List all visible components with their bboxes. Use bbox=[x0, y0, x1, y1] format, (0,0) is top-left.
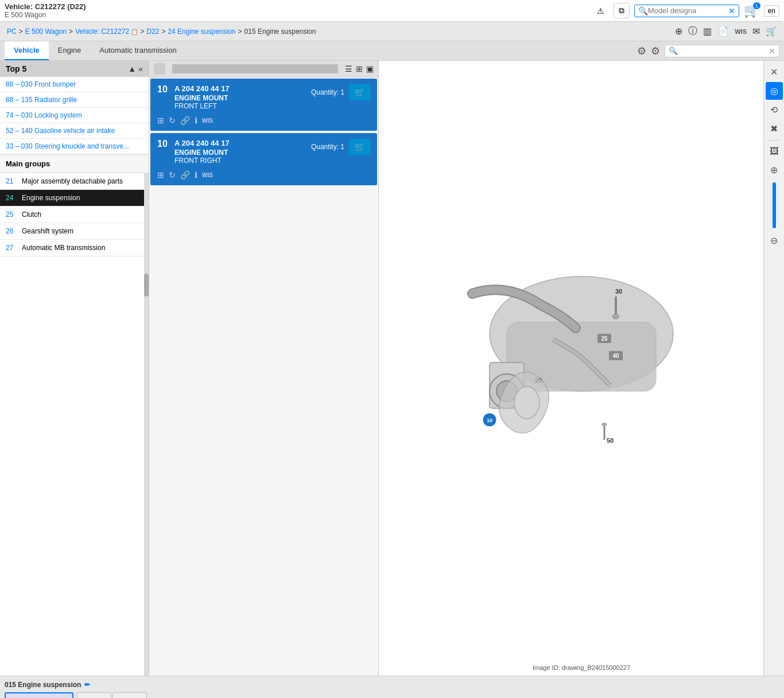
part-icons-0: ⊞ ↻ 🔗 ℹ WIS bbox=[157, 116, 370, 125]
filter-icon[interactable]: ▥ bbox=[703, 26, 712, 37]
vehicle-model: E 500 Wagon bbox=[5, 11, 86, 19]
group-num-27: 27 bbox=[6, 244, 17, 252]
part-info-0: A 204 240 44 17 ENGINE MOUNT FRONT LEFT bbox=[174, 84, 311, 110]
tab-engine[interactable]: Engine bbox=[49, 41, 90, 60]
target-icon-btn[interactable]: ◎ bbox=[766, 82, 783, 100]
document-icon[interactable]: 📄 bbox=[717, 26, 729, 37]
history-btn[interactable]: ⟲ bbox=[766, 101, 783, 119]
breadcrumb-current: 015 Engine suspension bbox=[244, 28, 316, 36]
top5-expand-btn[interactable]: « bbox=[138, 64, 143, 73]
top5-label: Top 5 bbox=[6, 64, 26, 73]
part-refresh-icon-0[interactable]: ↻ bbox=[169, 116, 176, 125]
center-toolbar: ☰ ⊞ ▣ bbox=[149, 61, 378, 77]
groups-container: 21 Major assembly detachable parts 24 En… bbox=[0, 173, 144, 676]
scroll-bar[interactable] bbox=[144, 173, 149, 676]
svg-rect-25 bbox=[78, 695, 110, 698]
group-num-24: 24 bbox=[6, 194, 17, 202]
scroll-thumb[interactable] bbox=[144, 274, 149, 297]
header-vehicle-info: Vehicle: C212272 (D22) E 500 Wagon bbox=[5, 2, 86, 19]
split-view-icon[interactable]: ▣ bbox=[366, 64, 374, 73]
diagram-area: 10 20 25 40 30 50 bbox=[379, 61, 784, 676]
model-search-input[interactable] bbox=[648, 6, 728, 15]
tab-search-box: 🔍 ✕ bbox=[665, 45, 779, 57]
thumbnail-2[interactable] bbox=[77, 692, 111, 698]
mail-icon[interactable]: ✉ bbox=[752, 26, 760, 37]
zoom-in-icon[interactable]: ⊕ bbox=[675, 26, 682, 37]
part-info-icon-0[interactable]: ℹ bbox=[195, 116, 197, 125]
tabs-row: Vehicle Engine Automatic transmission ⚙ … bbox=[0, 41, 784, 61]
search-clear-icon[interactable]: ✕ bbox=[728, 6, 735, 15]
gear-icon[interactable]: ⚙ bbox=[651, 45, 660, 57]
settings-icon[interactable]: ⚙ bbox=[637, 45, 646, 57]
part-refresh-icon-1[interactable]: ↻ bbox=[169, 170, 176, 180]
tab-vehicle[interactable]: Vehicle bbox=[5, 41, 49, 60]
close-panel-btn[interactable]: ✕ bbox=[766, 63, 783, 81]
copy-button[interactable]: ⧉ bbox=[614, 3, 630, 18]
part-grid-icon-0[interactable]: ⊞ bbox=[157, 116, 164, 125]
add-to-cart-btn-0[interactable]: 🛒 bbox=[349, 84, 370, 100]
part-wis-icon-0[interactable]: WIS bbox=[202, 116, 213, 125]
thumbnail-3[interactable] bbox=[112, 692, 147, 698]
part-info-icon-1[interactable]: ℹ bbox=[195, 170, 197, 180]
top5-item-3[interactable]: 52 – 140 Gasoline vehicle air intake bbox=[0, 123, 149, 139]
top5-collapse-btn[interactable]: ▲ bbox=[128, 64, 136, 73]
cross-btn[interactable]: ✖ bbox=[766, 120, 783, 138]
top5-item-4[interactable]: 33 – 030 Steering knuckle and transve... bbox=[0, 139, 149, 154]
breadcrumb-actions: ⊕ ⓘ ▥ 📄 WIS ✉ 🛒 bbox=[675, 25, 777, 37]
svg-point-18 bbox=[514, 387, 540, 419]
breadcrumb-vehicle[interactable]: Vehicle: C212272 📋 bbox=[75, 28, 138, 36]
language-selector[interactable]: en bbox=[764, 5, 779, 17]
group-item-21[interactable]: 21 Major assembly detachable parts bbox=[0, 173, 144, 190]
svg-point-14 bbox=[612, 314, 619, 319]
tab-icons: ⚙ ⚙ 🔍 ✕ bbox=[637, 45, 779, 57]
part-link-icon-0[interactable]: 🔗 bbox=[180, 116, 190, 125]
part-link-icon-1[interactable]: 🔗 bbox=[180, 170, 190, 180]
group-label-21: Major assembly detachable parts bbox=[22, 177, 123, 185]
edit-icon[interactable]: ✏ bbox=[84, 681, 90, 689]
info-icon[interactable]: ⓘ bbox=[688, 25, 697, 37]
list-view-icon[interactable]: ☰ bbox=[345, 64, 352, 73]
alert-button[interactable]: ⚠ bbox=[592, 4, 609, 18]
breadcrumb: PC > E 500 Wagon > Vehicle: C212272 📋 > … bbox=[0, 22, 784, 41]
header-cart-icon[interactable]: 🛒 bbox=[766, 26, 777, 37]
breadcrumb-engine-suspension[interactable]: 24 Engine suspension bbox=[168, 28, 235, 36]
part-code-0: A 204 240 44 17 bbox=[174, 84, 311, 93]
top5-controls: ▲ « bbox=[128, 64, 143, 73]
part-wis-icon-1[interactable]: WIS bbox=[202, 170, 213, 180]
add-to-cart-btn-1[interactable]: 🛒 bbox=[349, 139, 370, 155]
zoom-out-btn[interactable]: ⊖ bbox=[766, 232, 783, 249]
group-item-25[interactable]: 25 Clutch bbox=[0, 206, 144, 223]
top5-list: 88 – 030 Front bumper 88 – 135 Radiator … bbox=[0, 77, 149, 154]
image-btn[interactable]: 🖼 bbox=[766, 143, 783, 160]
tab-automatic-transmission[interactable]: Automatic transmission bbox=[90, 41, 185, 60]
cart-button[interactable]: 🛒 1 bbox=[744, 3, 759, 18]
group-item-24[interactable]: 24 Engine suspension bbox=[0, 190, 144, 206]
zoom-slider[interactable] bbox=[773, 182, 776, 228]
svg-text:30: 30 bbox=[615, 288, 622, 295]
group-item-26[interactable]: 26 Gearshift system bbox=[0, 223, 144, 240]
grid-view-icon[interactable]: ⊞ bbox=[356, 64, 363, 73]
svg-text:25: 25 bbox=[601, 336, 608, 342]
part-grid-icon-1[interactable]: ⊞ bbox=[157, 170, 164, 180]
breadcrumb-e500[interactable]: E 500 Wagon bbox=[25, 28, 67, 36]
thumbnail-active[interactable] bbox=[5, 692, 73, 698]
zoom-in-btn[interactable]: ⊕ bbox=[766, 161, 783, 179]
wis-icon[interactable]: WIS bbox=[735, 28, 747, 35]
header: Vehicle: C212272 (D22) E 500 Wagon ⚠ ⧉ 🔍… bbox=[0, 0, 784, 22]
tab-search-clear-icon[interactable]: ✕ bbox=[769, 46, 775, 56]
part-name-1: ENGINE MOUNT bbox=[174, 149, 311, 157]
center-panel: ☰ ⊞ ▣ 10 A 204 240 44 17 ENGINE MOUNT FR… bbox=[149, 61, 379, 676]
qty-label-1: Quantity: 1 bbox=[311, 143, 344, 151]
group-item-27[interactable]: 27 Automatic MB transmission bbox=[0, 240, 144, 256]
thumb-svg-1 bbox=[7, 695, 71, 698]
bottom-label: 015 Engine suspension ✏ bbox=[5, 681, 779, 689]
thumb-svg-2 bbox=[78, 695, 110, 698]
breadcrumb-pc[interactable]: PC bbox=[7, 28, 17, 36]
tab-search-input[interactable] bbox=[680, 46, 766, 55]
top5-item-0[interactable]: 88 – 030 Front bumper bbox=[0, 77, 149, 92]
top5-item-1[interactable]: 88 – 135 Radiator grille bbox=[0, 92, 149, 108]
breadcrumb-d22[interactable]: D22 bbox=[146, 28, 159, 36]
top5-item-2[interactable]: 74 – 030 Locking system bbox=[0, 108, 149, 123]
group-label-26: Gearshift system bbox=[22, 227, 73, 235]
model-search-box: 🔍 ✕ bbox=[634, 5, 739, 17]
